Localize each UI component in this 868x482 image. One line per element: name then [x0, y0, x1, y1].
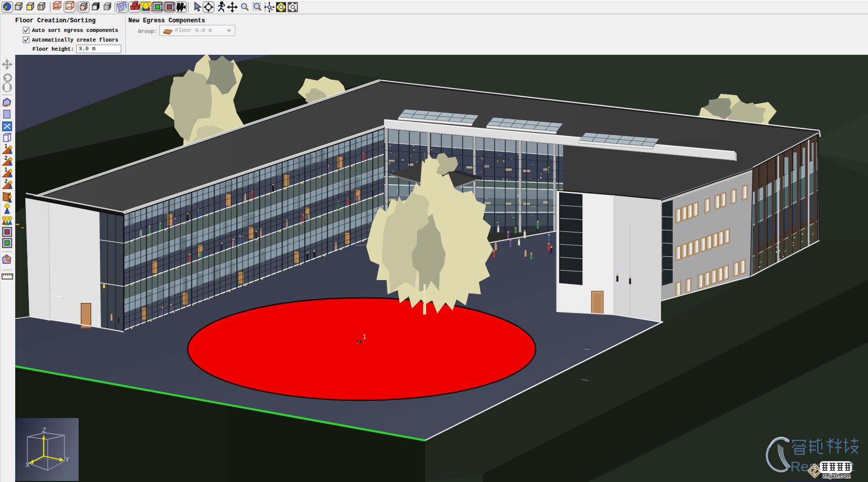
svg-text:zmjaxf.com: zmjaxf.com [823, 473, 851, 479]
svg-text:1: 1 [5, 167, 8, 173]
svg-text:1: 1 [5, 144, 8, 149]
svg-text:2: 2 [5, 179, 8, 184]
svg-text:2: 2 [5, 155, 8, 161]
svg-text:1: 1 [363, 333, 366, 340]
svg-text:Z: Z [42, 426, 46, 434]
svg-text:X: X [25, 461, 30, 469]
svg-text:Y: Y [65, 456, 70, 463]
